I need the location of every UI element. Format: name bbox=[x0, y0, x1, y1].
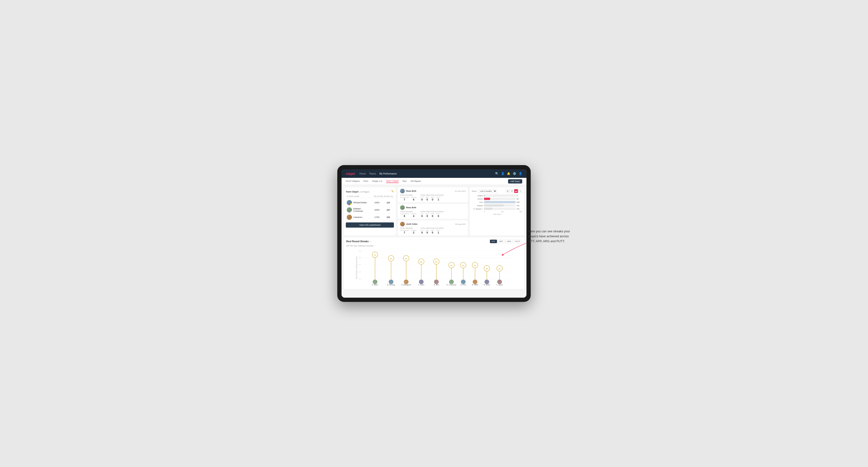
stat-value: 0 bbox=[432, 231, 433, 234]
streaks-title-text: Best Round Streaks bbox=[346, 240, 369, 243]
team-header: Team Clippd | 14 Players ✏️ bbox=[346, 189, 394, 193]
list-view-toggle[interactable]: ☰ bbox=[510, 189, 514, 193]
stat-sublabel: APP bbox=[426, 196, 429, 198]
card-stats: Total Rounds Tournament 7 Practice bbox=[400, 194, 466, 201]
svg-text:E. Ebert: E. Ebert bbox=[372, 284, 378, 286]
table-row[interactable]: 3 Cameron... 17/20 103 bbox=[346, 214, 394, 221]
stat-arg: ARG 0 bbox=[431, 196, 434, 201]
bar-row-eagles: Eagles 3 bbox=[472, 194, 522, 197]
subnav-pgat[interactable]: PGAT Players bbox=[346, 180, 360, 183]
subnav-tour[interactable]: Tour bbox=[402, 180, 407, 183]
col-player-name: PLAYER NAME bbox=[347, 195, 373, 197]
filter-ott[interactable]: OTT bbox=[490, 240, 497, 243]
add-team-button[interactable]: Add Team bbox=[508, 179, 522, 184]
bar-value: 3 bbox=[517, 195, 522, 197]
stat-value: 0 bbox=[427, 231, 428, 234]
subnav-all-players[interactable]: All Players bbox=[410, 180, 421, 183]
bar-chart-toggle[interactable]: ▬ bbox=[514, 189, 518, 193]
bar-track bbox=[484, 201, 516, 203]
stat-app: APP 0 bbox=[426, 196, 429, 201]
svg-text:6: 6 bbox=[360, 257, 361, 258]
bar-row-birdies: Birdies 96 bbox=[472, 198, 522, 200]
table-row[interactable]: 2 Edward Crossman 18/20 107 bbox=[346, 206, 394, 214]
table-row[interactable]: 1 Richard Butler 19/20 110 bbox=[346, 199, 394, 206]
nav-my-performance[interactable]: My Performance bbox=[379, 173, 397, 175]
svg-text:6x: 6x bbox=[405, 257, 407, 260]
right-panel: Show Last 3 months ⊞ ☰ ▬ ≡ bbox=[470, 187, 524, 236]
subnav-pga[interactable]: PGA bbox=[364, 180, 368, 183]
annotation-container: Here you can see streaks your players ha… bbox=[528, 229, 576, 244]
stat-app: APP 0 bbox=[426, 229, 429, 234]
card-date: 02 Sep 2023 bbox=[455, 190, 466, 192]
streaks-header: Best Round Streaks ← OTT APP ARG PUTT bbox=[346, 240, 522, 243]
nav-teams[interactable]: Teams bbox=[369, 173, 376, 175]
edit-icon[interactable]: ✏️ bbox=[391, 190, 394, 192]
card-header: Rees Britt 02 Sep 2023 bbox=[400, 189, 466, 193]
player-card: Rees Britt Total Rounds Tournament bbox=[398, 204, 468, 219]
search-icon[interactable]: 🔍 bbox=[495, 172, 499, 175]
avatar: 3 bbox=[347, 215, 352, 220]
card-header: Josh Coles 26 Aug 2023 bbox=[400, 222, 466, 226]
stat-value: 7 bbox=[404, 198, 405, 201]
stat-label: Total Rounds bbox=[400, 194, 416, 196]
svg-point-14 bbox=[373, 280, 377, 284]
card-stats: Total Rounds Tournament 7 Practice bbox=[400, 227, 466, 234]
stat-value: 2 bbox=[413, 231, 414, 234]
stat-group-practice: Total Practice Activities OTT 0 APP bbox=[420, 211, 444, 217]
stat-label: Total Rounds bbox=[400, 227, 416, 229]
stat-putt: PUTT 1 bbox=[436, 229, 440, 234]
axis-tick-0: 0 bbox=[484, 211, 485, 213]
subnav-hcaps[interactable]: Hcaps 1-5 bbox=[372, 180, 382, 183]
settings-icon[interactable]: ⚙️ bbox=[513, 172, 516, 175]
bell-icon[interactable]: 🔔 bbox=[507, 172, 510, 175]
left-panel: Team Clippd | 14 Players ✏️ PLAYER NAME … bbox=[344, 187, 396, 236]
chart-axis-label: Total Shots bbox=[472, 214, 522, 215]
card-player-info: Rees Britt bbox=[400, 205, 416, 210]
svg-text:6x: 6x bbox=[390, 257, 392, 260]
streaks-chart: Best Streak, Fairway Accuracy 0 2 4 6 8 bbox=[346, 249, 522, 286]
annotation-arrow bbox=[500, 236, 528, 250]
rank-badge-2: 2 bbox=[350, 211, 352, 213]
player-info: Richard Butler bbox=[353, 201, 370, 204]
stat-sublabel: Tournament bbox=[400, 229, 409, 231]
stat-sublabel: ARG bbox=[431, 213, 434, 215]
avatar-icon[interactable]: 👤 bbox=[519, 172, 522, 175]
stat-value: 8 bbox=[404, 215, 405, 217]
card-name: Rees Britt bbox=[406, 190, 416, 192]
svg-point-44 bbox=[461, 280, 466, 284]
stat-value: 1 bbox=[438, 231, 439, 234]
subnav-team-clippd[interactable]: Team Clippd bbox=[386, 180, 399, 183]
stat-row: Tournament 7 Practice 6 bbox=[400, 196, 416, 201]
grid-view-toggle[interactable]: ⊞ bbox=[506, 189, 509, 193]
card-stats: Total Rounds Tournament 8 Practice bbox=[400, 211, 466, 217]
col-headers: PLAYER NAME PB SCORE PB AVG SQ bbox=[346, 195, 394, 198]
player-name: Richard Butler bbox=[353, 201, 370, 204]
show-label: Show bbox=[472, 190, 476, 192]
stat-value: 4 bbox=[413, 215, 414, 217]
card-avatar bbox=[400, 205, 405, 210]
view-toggles: ⊞ ☰ ▬ ≡ bbox=[506, 189, 522, 193]
view-leaderboard-button[interactable]: View Full Leaderboard bbox=[346, 222, 394, 228]
bar-value: 96 bbox=[517, 198, 522, 200]
stat-sublabel: Tournament bbox=[400, 196, 409, 198]
stat-label: Total Practice Activities bbox=[420, 211, 444, 213]
bar-track bbox=[484, 204, 516, 207]
arrow-icon: ← bbox=[370, 240, 372, 243]
nav-home[interactable]: Home bbox=[360, 173, 366, 175]
stat-practice: Practice 6 bbox=[411, 196, 416, 201]
svg-point-39 bbox=[449, 280, 454, 284]
period-select[interactable]: Last 3 months bbox=[478, 189, 497, 193]
bar-value: 499 bbox=[517, 201, 522, 203]
svg-text:0: 0 bbox=[360, 278, 361, 280]
stat-value: 0 bbox=[421, 231, 423, 234]
stat-value: 0 bbox=[427, 198, 428, 201]
table-toggle[interactable]: ≡ bbox=[519, 189, 522, 193]
axis-tick-200: 200 bbox=[501, 211, 503, 213]
svg-text:B. McHarg: B. McHarg bbox=[387, 284, 395, 286]
svg-text:4x: 4x bbox=[451, 264, 453, 267]
bar-value: 131 bbox=[517, 208, 522, 210]
user-icon[interactable]: 👤 bbox=[501, 172, 504, 175]
streaks-svg: Best Streak, Fairway Accuracy 0 2 4 6 8 bbox=[346, 249, 522, 286]
team-count: | 14 Players bbox=[360, 191, 369, 193]
svg-text:5x: 5x bbox=[420, 261, 423, 263]
